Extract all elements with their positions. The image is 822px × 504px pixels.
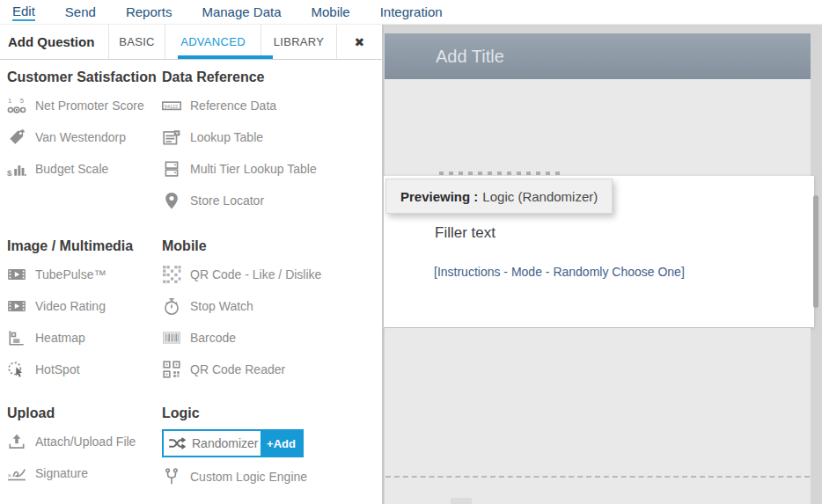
- price-tag-icon: [7, 128, 26, 147]
- map-pin-icon: [162, 191, 181, 210]
- section-title: Image / Multimedia: [7, 237, 158, 255]
- item-tubepulse[interactable]: TubePulse™: [7, 259, 158, 290]
- item-attach-upload-file[interactable]: Attach/Upload File: [7, 426, 158, 457]
- section-image-multimedia: Image / Multimedia TubePulse™ Video: [7, 237, 158, 385]
- item-van-westendorp[interactable]: Van Westendorp: [7, 121, 158, 153]
- item-heatmap[interactable]: Heatmap: [7, 322, 158, 354]
- item-label: Budget Scale: [35, 162, 108, 176]
- nav-reports[interactable]: Reports: [126, 4, 172, 19]
- item-signature[interactable]: × Signature: [7, 457, 158, 489]
- item-label: QR Code Reader: [190, 362, 285, 376]
- item-label: Video Rating: [35, 299, 106, 313]
- section-mobile: Mobile QR Code - Like / Dislike: [162, 237, 380, 385]
- add-title-placeholder[interactable]: Add Title: [385, 33, 811, 79]
- nav-send[interactable]: Send: [65, 4, 96, 19]
- heatmap-icon: [7, 328, 26, 347]
- svg-text:5: 5: [20, 97, 24, 105]
- reference-data-icon: 94122: [162, 96, 181, 115]
- item-label: Barcode: [190, 331, 236, 345]
- svg-text:94122: 94122: [165, 104, 178, 109]
- item-label: Store Locator: [190, 194, 264, 208]
- nav-edit[interactable]: Edit: [12, 4, 35, 21]
- top-navigation: Edit Send Reports Manage Data Mobile Int…: [0, 0, 822, 25]
- branch-icon: [162, 467, 181, 486]
- tooltip-prefix: Previewing :: [400, 189, 478, 204]
- item-multi-tier-lookup-table[interactable]: Multi Tier Lookup Table: [162, 153, 380, 185]
- preview-scrollbar-thumb[interactable]: [813, 195, 818, 308]
- item-label: Net Promoter Score: [35, 99, 144, 113]
- tooltip-value: Logic (Randomizer): [482, 189, 598, 204]
- question-instructions: [Instructions - Mode - Randomly Choose O…: [434, 265, 685, 279]
- item-label: Signature: [35, 466, 88, 480]
- stopwatch-icon: [162, 296, 181, 316]
- item-label: Multi Tier Lookup Table: [190, 162, 317, 176]
- survey-preview-pane: Add Title Filler text [Instructions - Mo…: [383, 25, 822, 504]
- close-icon[interactable]: ✖: [337, 25, 382, 59]
- section-title: Data Reference: [162, 69, 380, 86]
- section-title: Logic: [162, 405, 380, 422]
- add-question-header: Add Question BASIC ADVANCED LIBRARY ✖: [0, 25, 383, 60]
- add-button[interactable]: +Add: [261, 431, 302, 456]
- next-element-edge: [451, 498, 472, 504]
- hotspot-cursor-icon: [7, 360, 26, 379]
- item-lookup-table[interactable]: Lookup Table: [162, 121, 380, 153]
- section-data-reference: Data Reference 94122 Reference Data Look…: [162, 69, 380, 216]
- svg-text:1: 1: [8, 97, 11, 105]
- section-customer-satisfaction: Customer Satisfaction 1 5 Net Promoter S…: [7, 69, 158, 185]
- item-label: Stop Watch: [190, 299, 253, 313]
- video-icon: [7, 296, 26, 316]
- section-title: Mobile: [162, 237, 380, 255]
- nps-icon: 1 5: [7, 96, 26, 115]
- item-label: Custom Logic Engine: [190, 470, 307, 484]
- item-label: Attach/Upload File: [35, 435, 136, 449]
- budget-scale-icon: $: [7, 159, 26, 179]
- item-label: TubePulse™: [35, 267, 106, 281]
- item-label: HotSpot: [35, 362, 80, 376]
- item-qr-code-like-dislike[interactable]: QR Code - Like / Dislike: [162, 259, 380, 290]
- nav-manage-data[interactable]: Manage Data: [202, 4, 281, 19]
- item-net-promoter-score[interactable]: 1 5 Net Promoter Score: [7, 90, 158, 121]
- question-type-panel: Customer Satisfaction 1 5 Net Promoter S…: [0, 60, 383, 504]
- qr-reader-icon: [162, 360, 181, 379]
- tab-basic[interactable]: BASIC: [109, 25, 165, 59]
- item-store-locator[interactable]: Store Locator: [162, 185, 380, 216]
- item-label: Heatmap: [35, 331, 85, 345]
- tab-advanced[interactable]: ADVANCED: [165, 25, 261, 59]
- item-label: Reference Data: [190, 99, 276, 113]
- svg-text:$: $: [7, 168, 12, 178]
- question-title: Filler text: [435, 224, 495, 242]
- item-qr-code-reader[interactable]: QR Code Reader: [162, 354, 380, 385]
- item-video-rating[interactable]: Video Rating: [7, 290, 158, 322]
- item-barcode[interactable]: Barcode: [162, 322, 380, 354]
- item-budget-scale[interactable]: $ Budget Scale: [7, 153, 158, 185]
- item-randomizer[interactable]: Randomizer +Add: [162, 429, 304, 457]
- barcode-icon: [162, 328, 181, 347]
- video-icon: [7, 265, 26, 284]
- signature-icon: ×: [7, 464, 26, 483]
- item-label: QR Code - Like / Dislike: [190, 267, 321, 281]
- svg-text:×: ×: [8, 471, 11, 479]
- section-logic: Logic Randomizer +Add Custom Logic Engin: [162, 405, 380, 493]
- item-custom-logic-engine[interactable]: Custom Logic Engine: [162, 461, 380, 493]
- section-title: Upload: [7, 405, 158, 422]
- nav-mobile[interactable]: Mobile: [312, 4, 350, 19]
- qr-code-icon: [162, 265, 181, 284]
- tab-library[interactable]: LIBRARY: [261, 25, 337, 59]
- panel-title: Add Question: [0, 25, 109, 59]
- item-label: Lookup Table: [190, 130, 263, 144]
- shuffle-icon: [167, 434, 187, 453]
- item-reference-data[interactable]: 94122 Reference Data: [162, 90, 380, 121]
- upload-icon: [7, 432, 26, 451]
- preview-footer-area: [385, 328, 811, 504]
- item-label: Randomizer: [187, 436, 261, 450]
- item-stop-watch[interactable]: Stop Watch: [162, 290, 380, 322]
- nav-integration[interactable]: Integration: [380, 4, 443, 19]
- previewing-tooltip: Previewing : Logic (Randomizer): [385, 179, 613, 214]
- page-break-dashed-divider: [385, 476, 810, 478]
- obscured-text-top: [439, 172, 564, 175]
- item-hotspot[interactable]: HotSpot: [7, 354, 158, 385]
- multi-tier-lookup-icon: [162, 159, 181, 179]
- item-label: Van Westendorp: [35, 130, 126, 144]
- preview-header-area: [385, 79, 811, 176]
- section-title: Customer Satisfaction: [7, 69, 158, 86]
